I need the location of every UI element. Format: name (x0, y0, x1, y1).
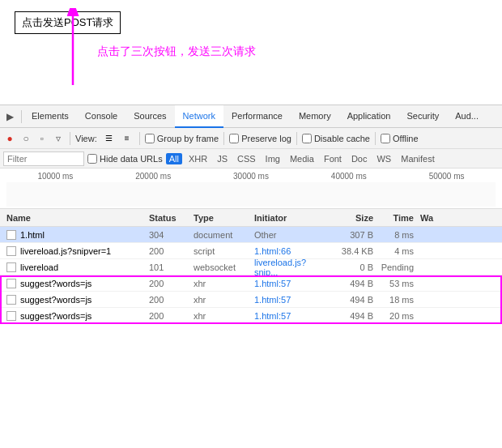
preserve-log-label[interactable]: Preserve log (229, 134, 291, 143)
table-row[interactable]: suggest?words=js 200 xhr 1.html:57 494 B… (0, 292, 502, 308)
table-row[interactable]: livereload 101 websocket livereload.js?s… (0, 259, 502, 275)
offline-checkbox[interactable] (381, 134, 390, 143)
row-name-suggest-2: suggest?words=js (0, 295, 146, 305)
filter-row: Hide data URLs All XHR JS CSS Img Media … (0, 149, 502, 169)
initiator-link[interactable]: 1.html:66 (254, 246, 291, 256)
table-header: Name Status Type Initiator Size Time Wa (0, 209, 502, 227)
header-wa: Wa (417, 213, 441, 223)
row-name-text: livereload (20, 262, 58, 272)
header-time: Time (376, 213, 417, 223)
filter-font[interactable]: Font (321, 153, 345, 164)
separator2 (139, 132, 140, 145)
table-row[interactable]: suggest?words=js 200 xhr 1.html:57 494 B… (0, 308, 502, 324)
row-time: 4 ms (376, 246, 417, 256)
record-icon[interactable]: ● (3, 132, 16, 145)
tab-elements[interactable]: Elements (23, 105, 77, 128)
disable-cache-text: Disable cache (314, 134, 370, 143)
header-name: Name (0, 213, 146, 223)
group-by-frame-text: Group by frame (157, 134, 219, 143)
highlighted-rows-group: suggest?words=js 200 xhr 1.html:57 494 B… (0, 275, 502, 324)
filter-js[interactable]: JS (214, 153, 231, 164)
timeline: 10000 ms 20000 ms 30000 ms 40000 ms 5000… (0, 169, 502, 209)
browser-content: 点击发送POST请求 点击了三次按钮，发送三次请求 (0, 0, 502, 105)
hide-data-text: Hide data URLs (100, 154, 163, 164)
disable-cache-checkbox[interactable] (302, 134, 312, 143)
header-status: Status (146, 213, 190, 223)
row-status: 304 (146, 230, 190, 240)
tab-sources[interactable]: Sources (126, 105, 174, 128)
screenshot-icon[interactable]: ▫ (36, 132, 49, 145)
filter-doc[interactable]: Doc (348, 153, 371, 164)
initiator-link[interactable]: 1.html:57 (254, 279, 291, 288)
row-initiator: 1.html:57 (251, 295, 332, 305)
hide-data-checkbox[interactable] (87, 154, 97, 164)
table-row[interactable]: suggest?words=js 200 xhr 1.html:57 494 B… (0, 275, 502, 292)
row-status: 101 (146, 262, 190, 272)
row-checkbox[interactable] (6, 262, 16, 272)
separator3 (223, 132, 224, 145)
filter-input[interactable] (3, 151, 84, 166)
row-checkbox[interactable] (6, 311, 16, 321)
filter-media[interactable]: Media (287, 153, 317, 164)
offline-text: Offline (393, 134, 419, 143)
row-time: 53 ms (376, 279, 417, 288)
row-size: 494 B (332, 279, 376, 288)
separator5 (375, 132, 376, 145)
row-checkbox[interactable] (6, 246, 16, 256)
initiator-link[interactable]: 1.html:57 (254, 311, 291, 321)
group-by-frame-label[interactable]: Group by frame (145, 134, 219, 143)
row-time: 20 ms (376, 311, 417, 321)
list-view-btn[interactable]: ☰ (102, 132, 117, 145)
group-by-frame-checkbox[interactable] (145, 134, 155, 143)
header-initiator: Initiator (251, 213, 332, 223)
row-type: xhr (190, 311, 251, 321)
row-type: websocket (190, 262, 251, 272)
row-status: 200 (146, 246, 190, 256)
row-name-livereload: livereload (0, 262, 146, 272)
separator4 (296, 132, 297, 145)
row-size: 307 B (332, 230, 376, 240)
tab-audits[interactable]: Aud... (447, 105, 487, 128)
initiator-link[interactable]: 1.html:57 (254, 295, 291, 305)
row-checkbox[interactable] (6, 279, 16, 288)
timeline-labels: 10000 ms 20000 ms 30000 ms 40000 ms 5000… (0, 169, 502, 181)
initiator-link[interactable]: livereload.js?snip... (254, 258, 306, 277)
view-label: View: (75, 134, 97, 143)
row-checkbox[interactable] (6, 295, 16, 305)
header-type: Type (190, 213, 251, 223)
row-checkbox[interactable] (6, 230, 16, 240)
devtools-panel: ▶ Elements Console Sources Network Perfo… (0, 105, 502, 448)
tab-memory[interactable]: Memory (291, 105, 339, 128)
preserve-log-checkbox[interactable] (229, 134, 239, 143)
clear-icon[interactable]: ○ (19, 132, 32, 145)
row-type: xhr (190, 279, 251, 288)
filter-ws[interactable]: WS (373, 153, 394, 164)
tab-performance[interactable]: Performance (223, 105, 291, 128)
hide-data-label[interactable]: Hide data URLs (87, 154, 163, 164)
filter-icon[interactable]: ▿ (52, 132, 65, 145)
timeline-label-3: 30000 ms (233, 172, 269, 181)
filter-manifest[interactable]: Manifest (398, 153, 438, 164)
row-name-text: 1.html (20, 230, 45, 240)
tab-console[interactable]: Console (77, 105, 126, 128)
filter-img[interactable]: Img (262, 153, 283, 164)
offline-label[interactable]: Offline (381, 134, 419, 143)
row-name-text: suggest?words=js (20, 279, 91, 288)
detail-view-btn[interactable]: ≡ (120, 132, 134, 145)
row-type: document (190, 230, 251, 240)
row-time: 8 ms (376, 230, 417, 240)
filter-all[interactable]: All (166, 153, 182, 164)
table-row[interactable]: 1.html 304 document Other 307 B 8 ms (0, 227, 502, 243)
disable-cache-label[interactable]: Disable cache (302, 134, 370, 143)
timeline-label-1: 10000 ms (37, 172, 73, 181)
network-table[interactable]: Name Status Type Initiator Size Time Wa … (0, 209, 502, 448)
tab-security[interactable]: Security (398, 105, 447, 128)
tab-network[interactable]: Network (175, 105, 223, 128)
filter-css[interactable]: CSS (234, 153, 259, 164)
separator (70, 132, 70, 145)
row-size: 38.4 KB (332, 246, 376, 256)
tab-application[interactable]: Application (339, 105, 399, 128)
filter-xhr[interactable]: XHR (185, 153, 211, 164)
cursor-icon[interactable]: ▶ (3, 110, 16, 123)
row-name-livereload-js: livereload.js?snipver=1 (0, 246, 146, 256)
